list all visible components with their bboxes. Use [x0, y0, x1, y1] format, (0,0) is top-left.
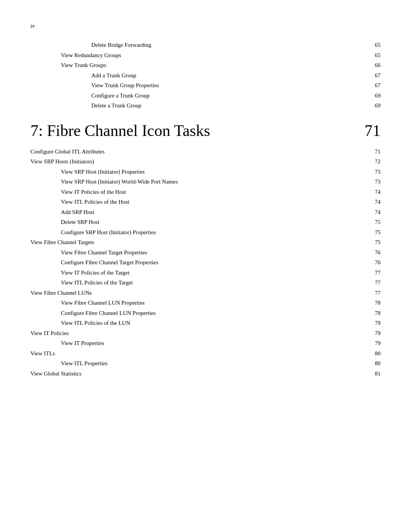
entry-page: 74 [369, 188, 381, 197]
toc-entry: Configure Fibre Channel LUN Properties78 [30, 309, 381, 318]
entry-page: 79 [369, 329, 381, 338]
entry-page: 79 [369, 319, 381, 328]
entry-text: View Fibre Channel Targets [30, 238, 94, 247]
toc-entry: View ITL Policies of the Host74 [30, 198, 381, 206]
toc-entry: Configure SRP Host (Initiator) Propertie… [30, 228, 381, 237]
entry-page: 76 [369, 248, 381, 257]
entry-page: 80 [369, 349, 381, 358]
entry-dots [148, 254, 368, 254]
toc-entry: Add a Trunk Group67 [30, 71, 381, 80]
entry-page: 75 [369, 218, 381, 227]
entry-dots [145, 173, 368, 174]
chapter-heading: 7: Fibre Channel Icon Tasks 71 [30, 121, 381, 140]
entry-text: View IT Policies [30, 329, 68, 338]
entry-dots [95, 244, 368, 244]
entry-page: 81 [369, 369, 381, 378]
entry-dots [145, 304, 368, 305]
entry-page: 71 [369, 147, 381, 156]
top-toc-entries: Delete Bridge Forwarding65View Redundanc… [30, 41, 381, 110]
entry-dots [156, 234, 368, 234]
entry-text: Configure Global ITL Attributes [30, 147, 105, 156]
toc-entry: View Fibre Channel Target Properties76 [30, 248, 381, 257]
entry-page: 80 [369, 359, 381, 368]
toc-entry: Delete a Trunk Group69 [30, 101, 381, 110]
entry-dots [159, 264, 368, 264]
entry-text: View Fibre Channel Target Properties [30, 248, 147, 257]
toc-entry: View Redundancy Groups65 [30, 51, 381, 60]
entry-text: View SRP Host (Initiator) Properties [30, 168, 145, 176]
entry-dots [100, 224, 368, 224]
chapter-number: 7: Fibre Channel Icon Tasks [30, 121, 210, 140]
entry-page: 66 [369, 61, 381, 70]
toc-entry: View Fibre Channel Targets75 [30, 238, 381, 247]
bottom-toc-entries: Configure Global ITL Attributes71View SR… [30, 147, 381, 378]
toc-entry: View IT Policies79 [30, 329, 381, 338]
entry-page: 73 [369, 168, 381, 176]
toc-entry: View SRP Host (Initiator) World-Wide Por… [30, 177, 381, 186]
entry-text: View ITL Policies of the Host [30, 198, 129, 206]
entry-page: 75 [369, 228, 381, 237]
entry-dots [122, 57, 368, 57]
entry-dots [108, 365, 368, 365]
entry-dots [156, 315, 368, 315]
entry-page: 77 [369, 278, 381, 287]
entry-text: Delete Bridge Forwarding [30, 41, 151, 50]
entry-dots [95, 214, 368, 214]
toc-entry: View Global Statistics81 [30, 369, 381, 378]
toc-entry: Add SRP Host74 [30, 208, 381, 217]
toc-entry: View IT Properties79 [30, 339, 381, 348]
toc-entry: View SRP Hosts (Initiators)72 [30, 157, 381, 166]
entry-dots [130, 274, 368, 275]
entry-dots [130, 203, 368, 204]
entry-page: 69 [369, 91, 381, 100]
toc-entry: Configure Global ITL Attributes71 [30, 147, 381, 156]
entry-page: 67 [369, 71, 381, 80]
entry-text: View ITL Policies of the Target [30, 278, 133, 287]
entry-dots [105, 345, 368, 345]
toc-entry: View ITLs80 [30, 349, 381, 358]
entry-dots [105, 153, 368, 153]
entry-text: Configure Fibre Channel Target Propertie… [30, 258, 158, 267]
entry-dots [137, 77, 368, 77]
entry-text: Delete a Trunk Group [30, 101, 141, 110]
entry-page: 78 [369, 299, 381, 307]
toc-entry: View Trunk Groups66 [30, 61, 381, 70]
entry-text: View ITLs [30, 349, 55, 358]
entry-page: 77 [369, 289, 381, 297]
entry-page: 65 [369, 41, 381, 50]
entry-dots [134, 284, 368, 284]
entry-text: View Fibre Channel LUN Properties [30, 299, 145, 307]
toc-entry: View IT Policies of the Target77 [30, 268, 381, 277]
entry-page: 73 [369, 177, 381, 186]
toc-entry: View ITL Policies of the LUN79 [30, 319, 381, 328]
entry-dots [150, 97, 368, 97]
toc-entry: View ITL Policies of the Target77 [30, 278, 381, 287]
entry-page: 76 [369, 258, 381, 267]
entry-text: View Redundancy Groups [30, 51, 121, 60]
entry-text: View Fibre Channel LUNs [30, 289, 92, 297]
page-label: iv [30, 23, 381, 29]
toc-entry: Delete SRP Host75 [30, 218, 381, 227]
entry-text: Add a Trunk Group [30, 71, 136, 80]
toc-entry: View SRP Host (Initiator) Properties73 [30, 168, 381, 176]
entry-text: View Global Statistics [30, 369, 81, 378]
entry-text: View IT Policies of the Host [30, 188, 126, 197]
toc-entry: View IT Policies of the Host74 [30, 188, 381, 197]
entry-dots [56, 355, 369, 355]
entry-page: 65 [369, 51, 381, 60]
entry-dots [95, 163, 368, 163]
entry-dots [92, 294, 368, 295]
toc-entry: Delete Bridge Forwarding65 [30, 41, 381, 50]
entry-dots [127, 193, 368, 194]
entry-page: 69 [369, 101, 381, 110]
entry-text: Delete SRP Host [30, 218, 99, 227]
entry-text: View SRP Hosts (Initiators) [30, 157, 94, 166]
entry-text: Configure SRP Host (Initiator) Propertie… [30, 228, 156, 237]
entry-dots [82, 375, 368, 375]
entry-dots [142, 107, 368, 107]
entry-text: View Trunk Group Properties [30, 81, 159, 90]
entry-text: Add SRP Host [30, 208, 94, 217]
entry-dots [152, 46, 368, 47]
entry-text: View IT Policies of the Target [30, 268, 129, 277]
entry-text: View IT Properties [30, 339, 104, 348]
